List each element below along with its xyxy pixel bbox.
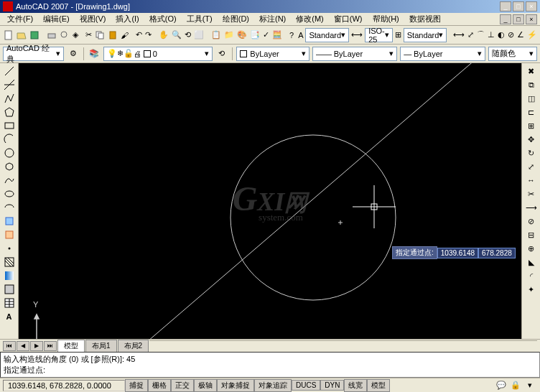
menu-dimension[interactable]: 标注(N) <box>255 13 290 25</box>
tab-layout1[interactable]: 布局1 <box>85 340 117 352</box>
circle-icon[interactable] <box>2 146 17 159</box>
menu-help[interactable]: 帮助(H) <box>368 13 404 25</box>
hatch-icon[interactable] <box>2 256 17 269</box>
make-block-icon[interactable] <box>2 228 17 241</box>
new-icon[interactable] <box>3 28 14 42</box>
dim-radius-icon[interactable]: ◐ <box>497 28 506 42</box>
table-icon[interactable] <box>2 297 17 309</box>
dim-linear-icon[interactable]: ⟷ <box>452 28 465 42</box>
xline-icon[interactable] <box>2 78 17 91</box>
status-otrack[interactable]: 对象追踪 <box>254 379 292 392</box>
polyline-icon[interactable] <box>2 92 17 105</box>
layer-manager-icon[interactable]: 📚 <box>88 47 101 61</box>
fillet-icon[interactable]: ◜ <box>524 269 539 282</box>
break-icon[interactable]: ⊟ <box>524 228 539 241</box>
doc-minimize-button[interactable]: _ <box>500 14 511 24</box>
ellipse-arc-icon[interactable] <box>2 201 17 214</box>
dim-quick-icon[interactable]: ⚡ <box>526 28 538 42</box>
dynamic-y[interactable]: 678.2828 <box>478 248 516 258</box>
status-tray-icon[interactable]: ▾ <box>523 378 537 393</box>
sheet-set-icon[interactable]: 📑 <box>249 28 261 42</box>
line-icon[interactable] <box>2 65 17 78</box>
tab-first-button[interactable]: ⏮ <box>3 341 16 351</box>
menu-format[interactable]: 格式(O) <box>145 13 181 25</box>
copy-icon[interactable] <box>94 28 106 42</box>
tab-next-button[interactable]: ▶ <box>30 341 43 351</box>
design-center-icon[interactable]: 📁 <box>223 28 235 42</box>
erase-icon[interactable]: ✖ <box>524 65 539 78</box>
dim-angular-icon[interactable]: ∠ <box>516 28 525 42</box>
status-grid[interactable]: 栅格 <box>148 379 171 392</box>
tab-prev-button[interactable]: ◀ <box>17 341 29 351</box>
text-style-icon[interactable]: A <box>297 28 304 42</box>
tab-model[interactable]: 模型 <box>57 340 85 352</box>
join-icon[interactable]: ⊕ <box>524 242 539 255</box>
mirror-icon[interactable]: ◫ <box>524 92 539 105</box>
drawing-canvas[interactable]: X Y GXI网 system.com 指定通过点: 1039.6148 678… <box>19 63 521 339</box>
extend-icon[interactable]: ⟶ <box>524 201 539 214</box>
paste-icon[interactable] <box>107 28 118 42</box>
preview-icon[interactable] <box>59 28 70 42</box>
status-ortho[interactable]: 正交 <box>171 379 194 392</box>
undo-icon[interactable]: ↶ <box>135 28 143 42</box>
doc-maximize-button[interactable]: □ <box>513 14 524 24</box>
dim-ordinate-icon[interactable]: ⊥ <box>487 28 495 42</box>
tool-palette-icon[interactable]: 🎨 <box>236 28 248 42</box>
doc-close-button[interactable]: × <box>526 14 537 24</box>
region-icon[interactable] <box>2 283 17 296</box>
plot-icon[interactable] <box>46 28 57 42</box>
status-lock-icon[interactable]: 🔒 <box>508 378 523 393</box>
status-ducs[interactable]: DUCS <box>292 380 320 391</box>
horiz-scrollbar[interactable] <box>149 340 537 352</box>
revcloud-icon[interactable] <box>2 160 17 173</box>
save-icon[interactable] <box>29 28 40 42</box>
linetype-dropdown[interactable]: —— ByLayer▾ <box>312 47 397 61</box>
insert-block-icon[interactable] <box>2 215 17 228</box>
zoom-window-icon[interactable]: ⬜ <box>193 28 205 42</box>
open-icon[interactable] <box>16 28 27 42</box>
workspace-dropdown[interactable]: AutoCAD 经典▾ <box>3 47 64 61</box>
dim-style-icon[interactable]: ⟷ <box>350 28 363 42</box>
dynamic-x[interactable]: 1039.6148 <box>437 248 478 258</box>
rectangle-icon[interactable] <box>2 119 17 132</box>
table-style-dropdown[interactable]: Standard▾ <box>404 28 447 42</box>
trim-icon[interactable]: ✂ <box>524 187 539 200</box>
menu-file[interactable]: 文件(F) <box>3 13 37 25</box>
ellipse-icon[interactable] <box>2 187 17 200</box>
minimize-button[interactable]: _ <box>500 1 511 11</box>
status-lwt[interactable]: 线宽 <box>344 379 367 392</box>
dim-aligned-icon[interactable]: ⤢ <box>467 28 475 42</box>
menu-insert[interactable]: 插入(I) <box>111 13 143 25</box>
rotate-icon[interactable]: ↻ <box>524 146 539 159</box>
zoom-icon[interactable]: 🔍 <box>171 28 182 42</box>
menu-view[interactable]: 视图(V) <box>75 13 111 25</box>
gradient-icon[interactable] <box>2 269 17 282</box>
plotstyle-dropdown[interactable]: 随颜色▾ <box>488 47 537 61</box>
dim-style-dropdown[interactable]: ISO-25▾ <box>365 28 393 42</box>
menu-tools[interactable]: 工具(T) <box>182 13 217 25</box>
command-window[interactable]: 输入构造线的角度 (0) 或 [参照(R)]: 45 指定通过点: <box>0 352 540 378</box>
dim-diameter-icon[interactable]: ⊘ <box>507 28 515 42</box>
zoom-prev-icon[interactable]: ⟲ <box>184 28 192 42</box>
chamfer-icon[interactable]: ◣ <box>524 256 539 269</box>
offset-icon[interactable]: ⊏ <box>524 106 539 118</box>
explode-icon[interactable]: ✦ <box>524 283 539 296</box>
table-style-icon[interactable]: ⊞ <box>394 28 402 42</box>
array-icon[interactable]: ⊞ <box>524 119 539 132</box>
pan-icon[interactable]: ✋ <box>158 28 169 42</box>
tab-layout2[interactable]: 布局2 <box>118 340 149 352</box>
spline-icon[interactable] <box>2 174 17 187</box>
help-icon[interactable]: ? <box>289 28 294 42</box>
status-snap[interactable]: 捕捉 <box>125 379 148 392</box>
status-polar[interactable]: 极轴 <box>194 379 217 392</box>
copy-obj-icon[interactable]: ⧉ <box>524 78 539 91</box>
workspace-settings-icon[interactable]: ⚙ <box>67 47 79 61</box>
menu-window[interactable]: 窗口(W) <box>330 13 367 25</box>
move-icon[interactable]: ✥ <box>524 133 539 146</box>
polygon-icon[interactable] <box>2 106 17 118</box>
layer-dropdown[interactable]: 💡❄🔓🖨0▾ <box>103 47 213 61</box>
scale-icon[interactable]: ⤢ <box>524 160 539 173</box>
lineweight-dropdown[interactable]: — ByLayer▾ <box>400 47 485 61</box>
status-model[interactable]: 模型 <box>367 379 390 392</box>
arc-icon[interactable] <box>2 133 17 146</box>
